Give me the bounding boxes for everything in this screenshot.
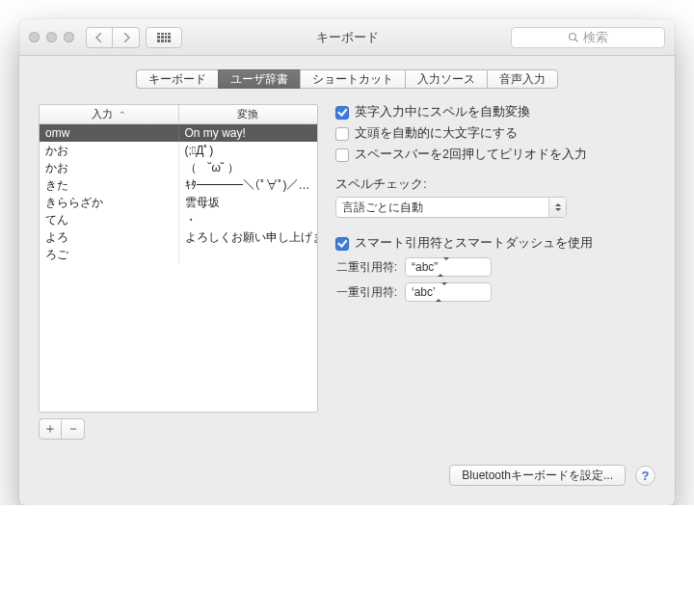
footer: Bluetoothキーボードを設定... ?	[39, 465, 655, 486]
cell-input: omw	[40, 124, 179, 142]
add-remove-buttons: ＋ －	[39, 418, 318, 440]
forward-button[interactable]	[113, 27, 140, 48]
table-row[interactable]: かお(;ﾟДﾟ)	[40, 142, 317, 159]
spellcheck-select[interactable]: 言語ごとに自動	[335, 197, 567, 218]
add-button[interactable]: ＋	[39, 418, 62, 440]
table-body: omwOn my way!かお(;ﾟДﾟ)かお（ ˘ω˘ ）きたｷﾀ━━━━＼(…	[40, 124, 317, 263]
table-row[interactable]: きたｷﾀ━━━━＼(ﾟ∀ﾟ)／…	[40, 176, 317, 194]
checkbox-checked-icon[interactable]	[335, 237, 349, 251]
cell-conversion: よろしくお願い申し上げま…	[179, 228, 318, 246]
search-placeholder: 検索	[583, 29, 608, 46]
cell-input: きららざか	[40, 194, 179, 211]
column-conversion[interactable]: 変換	[179, 105, 318, 123]
traffic-lights	[29, 32, 74, 42]
table-row[interactable]: よろよろしくお願い申し上げま…	[40, 228, 317, 246]
cell-conversion	[179, 246, 318, 263]
sort-caret-icon: ⌃	[119, 110, 126, 120]
grid-icon	[157, 33, 171, 42]
nav-back-forward	[86, 27, 140, 48]
double-quote-select[interactable]: “abc”	[405, 257, 492, 277]
show-all-button[interactable]	[146, 27, 182, 48]
zoom-icon[interactable]	[64, 32, 74, 42]
table-row[interactable]: きららざか雲母坂	[40, 194, 317, 211]
checkbox-icon[interactable]	[335, 148, 349, 162]
double-space-period-row[interactable]: スペースバーを2回押してピリオドを入力	[335, 147, 655, 163]
close-icon[interactable]	[29, 32, 40, 42]
chevron-updown-icon	[548, 198, 566, 217]
smart-quotes-row[interactable]: スマート引用符とスマートダッシュを使用	[335, 235, 655, 252]
cell-input: きた	[40, 176, 179, 194]
cell-input: よろ	[40, 228, 179, 246]
cell-conversion: On my way!	[179, 124, 318, 142]
spellcheck-label: スペルチェック:	[335, 176, 655, 193]
tab-1[interactable]: ユーザ辞書	[218, 69, 300, 89]
auto-capitalize-row[interactable]: 文頭を自動的に大文字にする	[335, 125, 655, 142]
svg-point-0	[570, 33, 576, 40]
smart-quotes-label: スマート引用符とスマートダッシュを使用	[355, 235, 593, 252]
cell-conversion: 雲母坂	[179, 194, 318, 211]
table-row[interactable]: ろご	[40, 246, 317, 263]
table-row[interactable]: てん・	[40, 211, 317, 228]
auto-capitalize-label: 文頭を自動的に大文字にする	[355, 125, 518, 142]
single-quote-select[interactable]: ‘abc’	[405, 282, 492, 302]
cell-input: かお	[40, 159, 179, 176]
cell-conversion: ・	[179, 211, 318, 228]
remove-button[interactable]: －	[62, 418, 85, 440]
tab-4[interactable]: 音声入力	[487, 69, 558, 89]
help-button[interactable]: ?	[635, 466, 655, 486]
checkbox-icon[interactable]	[335, 127, 349, 141]
table-row[interactable]: かお（ ˘ω˘ ）	[40, 159, 317, 176]
tab-2[interactable]: ショートカット	[300, 69, 405, 89]
user-dictionary-table: 入力 ⌃ 変換 omwOn my way!かお(;ﾟДﾟ)かお（ ˘ω˘ ）きた…	[39, 104, 318, 413]
bluetooth-keyboard-button[interactable]: Bluetoothキーボードを設定...	[449, 465, 626, 486]
preferences-window: キーボード 検索 キーボードユーザ辞書ショートカット入力ソース音声入力 入力 ⌃	[19, 19, 675, 505]
cell-input: ろご	[40, 246, 179, 263]
auto-correct-label: 英字入力中にスペルを自動変換	[355, 104, 530, 121]
svg-line-1	[575, 39, 578, 41]
tab-3[interactable]: 入力ソース	[405, 69, 487, 89]
cell-conversion: （ ˘ω˘ ）	[179, 159, 318, 176]
checkbox-checked-icon[interactable]	[335, 106, 349, 120]
search-icon	[568, 32, 579, 43]
back-button[interactable]	[86, 27, 113, 48]
cell-input: てん	[40, 211, 179, 228]
tab-bar: キーボードユーザ辞書ショートカット入力ソース音声入力	[39, 69, 655, 89]
chevron-updown-icon	[438, 260, 453, 274]
cell-conversion: (;ﾟДﾟ)	[179, 142, 318, 159]
double-space-period-label: スペースバーを2回押してピリオドを入力	[355, 147, 587, 163]
single-quote-label: 一重引用符:	[335, 284, 397, 301]
double-quote-label: 二重引用符:	[335, 259, 397, 276]
cell-conversion: ｷﾀ━━━━＼(ﾟ∀ﾟ)／…	[179, 176, 318, 194]
table-header: 入力 ⌃ 変換	[40, 105, 317, 124]
titlebar: キーボード 検索	[19, 19, 675, 56]
search-field[interactable]: 検索	[511, 27, 665, 48]
chevron-updown-icon	[436, 285, 451, 299]
table-row[interactable]: omwOn my way!	[40, 124, 317, 142]
cell-input: かお	[40, 142, 179, 159]
minimize-icon[interactable]	[46, 32, 57, 42]
tab-0[interactable]: キーボード	[136, 69, 218, 89]
auto-correct-row[interactable]: 英字入力中にスペルを自動変換	[335, 104, 655, 121]
column-input[interactable]: 入力 ⌃	[40, 105, 179, 123]
content-area: キーボードユーザ辞書ショートカット入力ソース音声入力 入力 ⌃ 変換 omwOn…	[19, 56, 675, 505]
